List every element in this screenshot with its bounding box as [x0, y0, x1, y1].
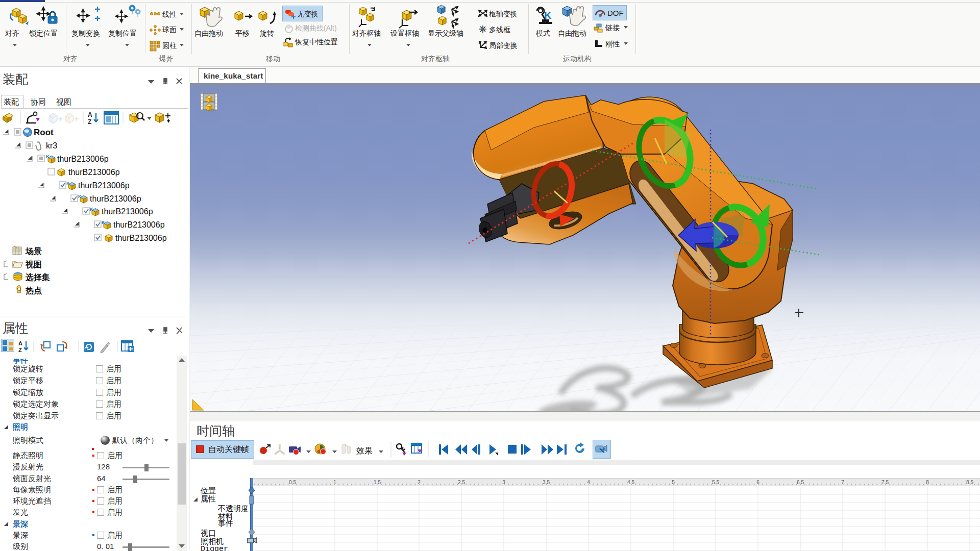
svg-text:Root: Root [34, 128, 54, 137]
svg-text:kr3: kr3 [46, 141, 57, 150]
svg-text:thurB213006p: thurB213006p [90, 194, 141, 203]
svg-text:视图: 视图 [25, 260, 42, 269]
svg-text:thurB213006p: thurB213006p [113, 220, 165, 229]
svg-text:Z: Z [18, 347, 22, 353]
svg-text:thurB213006p: thurB213006p [78, 181, 130, 190]
svg-text:thurB213006p: thurB213006p [102, 207, 153, 216]
svg-text:场景: 场景 [25, 247, 42, 256]
svg-text:thurB213006p: thurB213006p [57, 155, 109, 163]
svg-text:A: A [88, 111, 92, 118]
svg-text:thurB213006p: thurB213006p [68, 168, 120, 177]
svg-text:A: A [18, 340, 22, 346]
svg-text:thurB213006p: thurB213006p [115, 234, 167, 242]
svg-text:K: K [544, 10, 552, 21]
svg-text:Z: Z [88, 118, 91, 125]
svg-text:选择集: 选择集 [25, 273, 50, 282]
svg-text:热点: 热点 [25, 286, 42, 295]
svg-text:效果: 效果 [356, 446, 373, 455]
